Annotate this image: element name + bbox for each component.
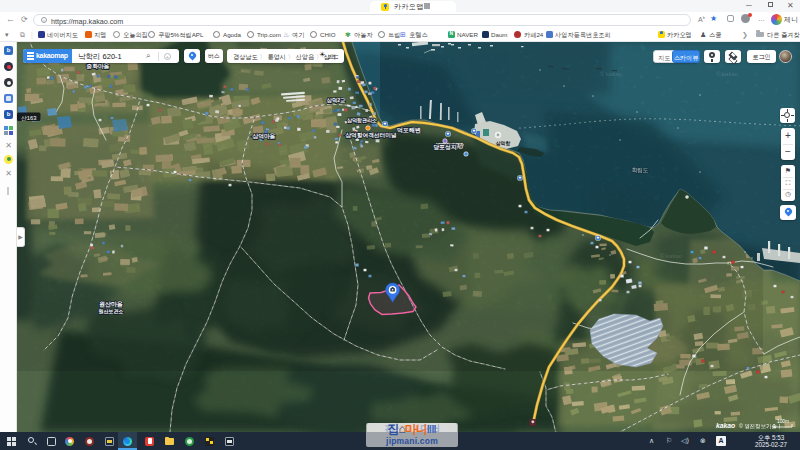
svg-text:중화마을: 중화마을	[86, 63, 109, 70]
svg-text:삼덕항관리소: 삼덕항관리소	[347, 117, 377, 124]
svg-text:© kakao: © kakao	[660, 253, 683, 259]
svg-text:원산보건소: 원산보건소	[99, 308, 124, 315]
svg-text:산163: 산163	[21, 115, 36, 121]
svg-text:© kakao: © kakao	[716, 71, 739, 77]
svg-text:당포성지: 당포성지	[433, 144, 456, 151]
svg-text:덕포해변: 덕포해변	[397, 127, 421, 134]
svg-text:원산마을: 원산마을	[99, 301, 123, 308]
svg-text:삼덕2교: 삼덕2교	[327, 97, 346, 104]
svg-text:학림도: 학림도	[632, 167, 649, 174]
svg-text:kakao: kakao	[716, 422, 735, 429]
svg-text:삼덕항여객선터미널: 삼덕항여객선터미널	[344, 132, 397, 139]
svg-text:100m: 100m	[777, 419, 789, 424]
svg-text:© kakao: © kakao	[600, 71, 623, 77]
svg-text:삼덕마을: 삼덕마을	[251, 133, 275, 140]
